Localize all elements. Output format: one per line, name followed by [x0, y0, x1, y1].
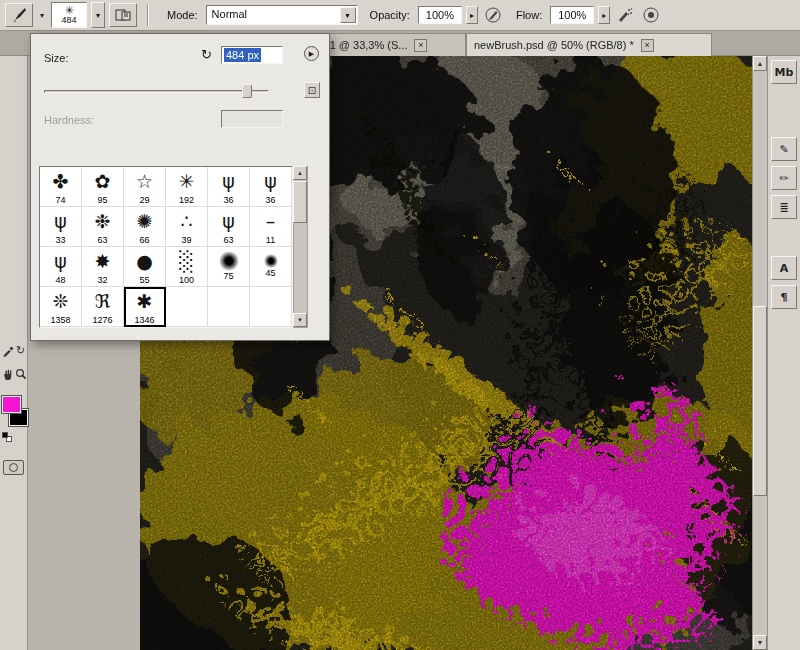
brush-preset[interactable]: ψ 36	[208, 167, 250, 207]
opacity-pressure-button[interactable]	[482, 4, 504, 26]
brush-preset[interactable]: – 11	[250, 207, 292, 247]
brush-preset[interactable]: ψ 36	[250, 167, 292, 207]
dock-panel-button[interactable]: ✎	[771, 137, 797, 161]
brush-size-readout: 484	[61, 16, 76, 25]
dock-panel-icon: ¶	[781, 291, 788, 304]
brush-preset[interactable]: ✸ 32	[82, 247, 124, 287]
separator	[147, 4, 149, 26]
brush-preset[interactable]: ● 55	[124, 247, 166, 287]
brush-preset-picker: Size: ↻ 484 px ▶ ⊡ Hardness: ✤ 74 ✿ 95 ☆…	[30, 33, 330, 341]
color-swatches	[2, 396, 28, 448]
eyedropper-icon	[2, 344, 14, 357]
scrollbar-thumb[interactable]	[753, 306, 767, 496]
chevron-down-icon: ▾	[96, 11, 100, 20]
brush-preset[interactable]: ℜ 1276	[82, 287, 124, 327]
grid-scrollbar-thumb[interactable]	[293, 181, 307, 223]
brush-thumbnail: ●	[136, 247, 153, 275]
quick-mask-button[interactable]	[3, 460, 24, 475]
close-icon[interactable]: ×	[641, 39, 654, 52]
panel-dock-strip: Mb ✎ ✏ ≣ A ¶	[767, 56, 800, 650]
toolbar-row: ↻	[1, 344, 27, 357]
brush-thumbnail: ✸	[95, 247, 111, 275]
size-input[interactable]: 484 px	[221, 46, 283, 64]
reset-icon[interactable]: ↻	[201, 47, 212, 62]
brush-thumbnail: ✱	[137, 287, 153, 315]
flow-input[interactable]: 100%	[550, 6, 594, 24]
flow-slider-button[interactable]: ▸	[598, 6, 610, 24]
brush-size-label: 36	[223, 195, 233, 206]
dock-panel-button[interactable]: ≣	[771, 195, 797, 219]
airbrush-button[interactable]	[614, 4, 636, 26]
brush-thumbnail: ψ	[222, 207, 235, 235]
select-arrow-icon[interactable]: ▼	[340, 7, 356, 23]
brush-preset[interactable]: ❊ 1358	[40, 287, 82, 327]
dock-panel-icon: ≣	[779, 201, 788, 214]
foreground-color-swatch[interactable]	[2, 396, 21, 413]
brush-picker-dropdown-button[interactable]: ▾	[91, 2, 105, 28]
brush-thumbnail: ░	[179, 247, 194, 275]
panel-menu-button[interactable]: ▶	[304, 46, 319, 61]
zoom-tool[interactable]	[15, 368, 27, 381]
size-value-selected: 484 px	[224, 48, 261, 62]
brush-tool-button[interactable]	[5, 3, 33, 27]
brush-preset[interactable]: ✤ 74	[40, 167, 82, 207]
brush-preset[interactable]: ❉ 63	[82, 207, 124, 247]
brush-size-label: 11	[266, 235, 275, 246]
brush-preset[interactable]: 45	[250, 247, 292, 287]
tool-preset-dropdown-icon[interactable]: ▾	[37, 11, 47, 20]
slider-track[interactable]	[44, 90, 269, 93]
brush-size-label: 32	[97, 275, 107, 286]
options-bar: ▾ ✳ 484 ▾ Mode: Normal ▼ Opacity: 100% ▸…	[0, 0, 800, 31]
brush-preview-button[interactable]: ✳ 484	[51, 2, 87, 28]
brush-preset[interactable]: ✳ 192	[166, 167, 208, 207]
scroll-up-button[interactable]: ▲	[753, 56, 767, 71]
grid-scroll-up-button[interactable]: ▲	[293, 166, 307, 180]
brush-preset[interactable]: ✿ 95	[82, 167, 124, 207]
tab-newbrush-psd[interactable]: newBrush.psd @ 50% (RGB/8) * ×	[466, 33, 712, 56]
dock-panel-button[interactable]: ¶	[771, 285, 797, 309]
brush-preset[interactable]: ✺ 66	[124, 207, 166, 247]
dock-panel-button[interactable]: Mb	[771, 60, 797, 84]
brush-size-label: 29	[139, 195, 149, 206]
brush-thumbnail	[264, 254, 278, 268]
rotate-view-tool[interactable]: ↻	[15, 344, 27, 357]
brush-preset[interactable]: ✱ 1346	[124, 287, 166, 327]
brush-thumbnail: ∴	[180, 207, 192, 235]
brush-preset[interactable]: ░ 100	[166, 247, 208, 287]
vertical-scrollbar[interactable]: ▲ ▼	[752, 56, 767, 650]
magnifier-icon	[15, 368, 27, 381]
brush-thumbnail: ℜ	[95, 287, 110, 315]
brush-preset[interactable]: 75	[208, 247, 250, 287]
brush-preset[interactable]: ☆ 29	[124, 167, 166, 207]
opacity-slider-button[interactable]: ▸	[466, 6, 478, 24]
close-icon[interactable]: ×	[414, 39, 427, 52]
default-colors-button[interactable]	[2, 432, 14, 443]
brush-thumbnail: ψ	[54, 207, 67, 235]
hand-tool[interactable]	[2, 368, 14, 381]
slider-thumb[interactable]	[242, 84, 252, 98]
brush-size-label: 95	[97, 195, 107, 206]
toolbar-row	[1, 368, 27, 381]
blend-mode-select[interactable]: Normal ▼	[206, 5, 358, 25]
tab-document-1[interactable]: -1 @ 33,3% (S... ×	[318, 33, 466, 56]
use-sample-size-button[interactable]: ⊡	[304, 82, 320, 98]
tab-label: newBrush.psd @ 50% (RGB/8) *	[474, 39, 634, 51]
quick-mask-icon	[9, 463, 18, 472]
brush-preset[interactable]: ∴ 39	[166, 207, 208, 247]
scroll-down-button[interactable]: ▼	[753, 635, 767, 650]
toggle-brushes-panel-button[interactable]	[109, 3, 137, 27]
opacity-input[interactable]: 100%	[418, 6, 462, 24]
empty-cell	[166, 287, 208, 327]
brush-preset[interactable]: ψ 48	[40, 247, 82, 287]
brush-size-label: 66	[139, 235, 149, 246]
grid-scroll-down-button[interactable]: ▼	[293, 313, 307, 327]
eyedropper-tool[interactable]	[2, 344, 14, 357]
dock-panel-icon: ✎	[779, 143, 788, 156]
brush-preset[interactable]: ψ 33	[40, 207, 82, 247]
dock-panel-button[interactable]: ✏	[771, 166, 797, 190]
size-slider[interactable]	[44, 84, 269, 98]
brush-preset[interactable]: ψ 63	[208, 207, 250, 247]
arrow-down-icon: ▼	[297, 317, 303, 323]
brush-pressure-size-button[interactable]	[640, 4, 662, 26]
dock-panel-button[interactable]: A	[771, 256, 797, 280]
